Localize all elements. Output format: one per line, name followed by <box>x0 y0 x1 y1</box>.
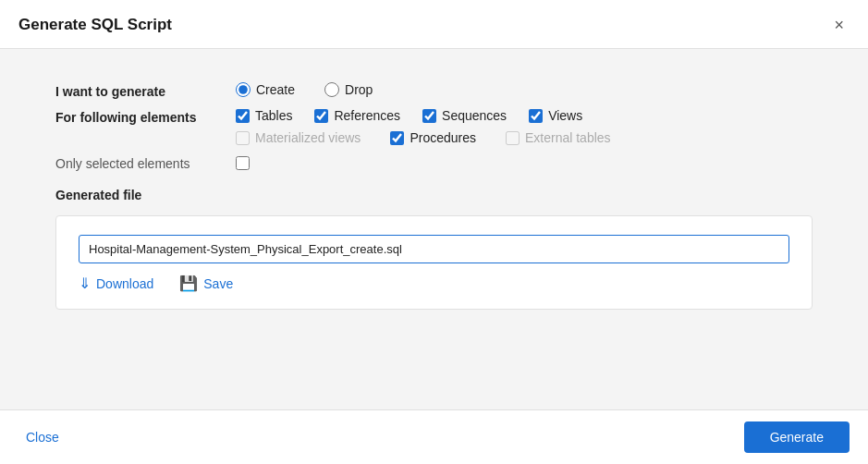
checkbox-materialized-views-input[interactable] <box>236 131 250 145</box>
checkbox-tables-label: Tables <box>255 108 292 123</box>
download-label: Download <box>96 276 153 291</box>
checkbox-sequences[interactable]: Sequences <box>422 108 507 123</box>
checkbox-references-label: References <box>334 108 400 123</box>
checkbox-references[interactable]: References <box>314 108 400 123</box>
checkbox-procedures[interactable]: Procedures <box>390 130 476 145</box>
radio-create-input[interactable] <box>236 82 251 97</box>
generate-sql-dialog: Generate SQL Script × I want to generate… <box>0 0 868 464</box>
only-selected-row: Only selected elements <box>55 154 813 171</box>
elements-row: For following elements Tables References… <box>55 108 813 145</box>
save-label: Save <box>203 276 233 291</box>
radio-drop-label: Drop <box>345 82 373 97</box>
save-button[interactable]: 💾 Save <box>179 275 233 292</box>
file-name-input[interactable] <box>79 235 789 263</box>
checkbox-procedures-input[interactable] <box>390 131 404 145</box>
generate-button[interactable]: Generate <box>744 421 850 453</box>
checkbox-external-tables-input[interactable] <box>506 131 520 145</box>
footer-close-button[interactable]: Close <box>18 426 67 448</box>
download-button[interactable]: ⇓ Download <box>79 275 153 292</box>
checkbox-tables[interactable]: Tables <box>236 108 292 123</box>
checkbox-row-1: Tables References Sequences Views <box>236 108 611 123</box>
generated-file-label: Generated file <box>55 188 813 202</box>
checkbox-sequences-input[interactable] <box>422 109 436 123</box>
only-selected-label: Only selected elements <box>55 154 236 171</box>
checkbox-views[interactable]: Views <box>529 108 582 123</box>
radio-drop[interactable]: Drop <box>324 82 373 97</box>
checkbox-external-tables-label: External tables <box>525 130 611 145</box>
checkbox-external-tables[interactable]: External tables <box>506 130 611 145</box>
file-box: ⇓ Download 💾 Save <box>55 215 813 310</box>
generate-type-row: I want to generate Create Drop <box>55 82 813 99</box>
checkbox-tables-input[interactable] <box>236 109 250 123</box>
checkbox-views-label: Views <box>548 108 582 123</box>
checkbox-views-input[interactable] <box>529 109 543 123</box>
checkbox-sequences-label: Sequences <box>442 108 507 123</box>
generate-type-label: I want to generate <box>55 82 236 99</box>
checkbox-materialized-views[interactable]: Materialized views <box>236 130 361 145</box>
checkbox-materialized-views-label: Materialized views <box>255 130 361 145</box>
radio-create-label: Create <box>256 82 295 97</box>
download-icon: ⇓ <box>79 275 91 292</box>
radio-create[interactable]: Create <box>236 82 295 97</box>
checkbox-references-input[interactable] <box>314 109 328 123</box>
file-actions: ⇓ Download 💾 Save <box>79 275 789 292</box>
dialog-body: I want to generate Create Drop For follo… <box>0 49 868 409</box>
radio-drop-input[interactable] <box>324 82 339 97</box>
checkbox-row-2: Materialized views Procedures External t… <box>236 130 611 145</box>
checkbox-procedures-label: Procedures <box>410 130 476 145</box>
generated-file-section: Generated file ⇓ Download 💾 Save <box>55 188 813 310</box>
only-selected-checkbox[interactable] <box>236 156 250 170</box>
dialog-title: Generate SQL Script <box>18 16 172 34</box>
dialog-header: Generate SQL Script × <box>0 0 868 49</box>
dialog-footer: Close Generate <box>0 409 868 464</box>
header-close-button[interactable]: × <box>828 15 850 35</box>
save-icon: 💾 <box>179 275 198 292</box>
checkboxes-area: Tables References Sequences Views <box>236 108 611 145</box>
generate-radio-group: Create Drop <box>236 82 373 97</box>
elements-label: For following elements <box>55 108 236 125</box>
